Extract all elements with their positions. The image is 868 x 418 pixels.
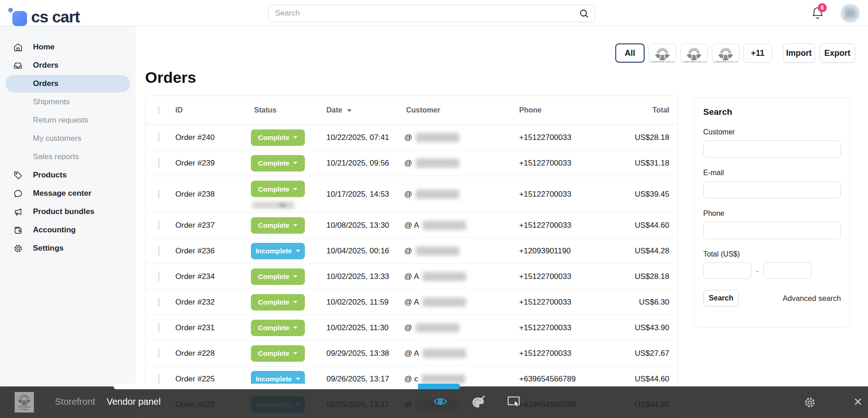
row-checkbox[interactable] <box>158 246 159 256</box>
export-button[interactable]: Export <box>819 43 855 63</box>
order-id[interactable]: Order #228 <box>175 349 215 358</box>
import-button[interactable]: Import <box>783 43 815 63</box>
logo-text: cs cart <box>31 8 80 26</box>
order-customer[interactable]: @ A <box>404 348 466 358</box>
customer-name-blurred <box>416 190 459 199</box>
sidebar-link-orders[interactable]: Orders <box>5 57 130 74</box>
row-checkbox[interactable] <box>158 272 159 281</box>
order-date: 10/02/2025, 11:30 <box>326 323 389 332</box>
order-customer[interactable]: @ <box>404 323 459 332</box>
column-header-total[interactable]: Total <box>652 106 669 114</box>
order-status-badge[interactable]: Incomplete <box>251 243 305 259</box>
customer-label: Customer <box>703 128 841 136</box>
order-customer[interactable]: @ <box>404 246 459 256</box>
sort-desc-icon <box>347 109 352 112</box>
order-status-badge[interactable]: Complete <box>251 217 305 234</box>
order-id[interactable]: Order #225 <box>175 375 215 384</box>
order-id[interactable]: Order #231 <box>175 323 215 332</box>
horizontal-scrollbar-track[interactable] <box>114 384 418 389</box>
customer-field[interactable] <box>703 140 841 158</box>
sidebar-link-product-bundles[interactable]: Product bundles <box>5 203 130 220</box>
order-status-badge[interactable]: Complete <box>251 345 305 362</box>
order-id[interactable]: Order #237 <box>175 221 215 230</box>
vendor-panel-tab[interactable]: Vendor panel <box>107 397 161 407</box>
sidebar-nav: HomeOrdersOrdersShipmentsReturn requests… <box>0 26 136 418</box>
row-checkbox[interactable] <box>158 133 159 142</box>
order-id[interactable]: Order #234 <box>175 272 215 281</box>
phone-field[interactable] <box>703 222 841 239</box>
chat-icon <box>13 188 23 198</box>
order-customer[interactable]: @ A <box>404 297 466 307</box>
sidebar-link-message-center[interactable]: Message center <box>5 185 130 202</box>
row-checkbox[interactable] <box>158 189 159 199</box>
order-id[interactable]: Order #240 <box>175 133 215 142</box>
chevron-down-icon <box>293 275 298 278</box>
order-customer[interactable]: @ <box>404 133 459 142</box>
search-icon[interactable] <box>579 9 589 19</box>
bar-settings-gear-icon[interactable] <box>804 397 816 408</box>
vendor-filter-logo-button-1[interactable]: MARKETPLACE VEND <box>649 43 676 63</box>
column-header-id[interactable]: ID <box>175 106 183 114</box>
sidebar-link-accounting[interactable]: Accounting <box>5 221 130 239</box>
notifications-button[interactable]: 6 <box>811 6 827 21</box>
order-customer[interactable]: @ <box>404 158 459 168</box>
global-search-input[interactable] <box>269 5 595 21</box>
sidebar-link-return-requests-sub[interactable]: Return requests <box>5 112 130 129</box>
order-id[interactable]: Order #238 <box>175 190 215 199</box>
order-status-badge[interactable]: Complete <box>251 129 305 146</box>
preview-eye-icon[interactable] <box>433 396 448 407</box>
row-checkbox[interactable] <box>158 158 159 168</box>
sidebar-link-shipments-sub[interactable]: Shipments <box>5 93 130 111</box>
order-status-badge[interactable]: Complete <box>251 294 305 311</box>
vendor-filter-more-button[interactable]: +11 <box>743 43 772 63</box>
row-checkbox[interactable] <box>158 220 159 230</box>
row-checkbox[interactable] <box>158 374 159 384</box>
order-customer[interactable]: @ A <box>404 272 466 281</box>
select-all-checkbox[interactable] <box>158 106 159 114</box>
order-id[interactable]: Order #239 <box>175 159 215 168</box>
order-id[interactable]: Order #236 <box>175 247 215 256</box>
vendor-filter-logo-button-3[interactable]: MARKETPLACE VEND <box>712 43 739 63</box>
column-header-customer[interactable]: Customer <box>406 106 440 114</box>
gear-icon <box>13 243 23 253</box>
theme-palette-icon[interactable] <box>472 396 485 408</box>
user-avatar[interactable] <box>841 4 860 23</box>
row-checkbox[interactable] <box>158 323 159 332</box>
order-status-badge[interactable]: Complete <box>251 268 305 285</box>
order-customer[interactable]: @ <box>404 189 459 199</box>
screen-select-icon[interactable] <box>507 396 521 408</box>
email-field[interactable] <box>703 181 841 198</box>
order-id[interactable]: Order #232 <box>175 298 215 307</box>
sidebar-link-home[interactable]: Home <box>5 38 130 56</box>
customer-name-blurred <box>423 221 466 230</box>
row-checkbox[interactable] <box>158 348 159 358</box>
order-status-badge[interactable]: Complete <box>251 320 305 336</box>
order-status-badge[interactable]: Complete <box>251 155 305 171</box>
vendor-filter-logo-button-2[interactable]: MARKETPLACE VEND <box>680 43 708 63</box>
order-customer[interactable]: @ c <box>404 374 465 384</box>
column-header-date[interactable]: Date <box>326 106 352 114</box>
column-header-phone[interactable]: Phone <box>519 106 542 114</box>
sidebar-link-settings[interactable]: Settings <box>5 240 130 257</box>
sidebar-link-sales-reports-sub[interactable]: Sales reports <box>5 148 130 166</box>
advanced-search-link[interactable]: Advanced search <box>783 294 841 303</box>
storefront-tab[interactable]: Storefront <box>55 397 95 407</box>
vendor-logo-tile[interactable]: Marketplace Vendor <box>15 392 34 413</box>
close-icon[interactable]: ✕ <box>853 396 863 408</box>
sidebar-item-sales-reports-sub: Sales reports <box>0 148 136 166</box>
column-header-status[interactable]: Status <box>254 106 277 114</box>
order-customer[interactable]: @ A <box>404 220 466 230</box>
sidebar-link-products[interactable]: Products <box>5 166 130 184</box>
search-panel-title: Search <box>703 107 841 117</box>
home-icon <box>13 42 23 52</box>
sidebar-link-my-customers-sub[interactable]: My customers <box>5 130 130 147</box>
sidebar-link-orders-sub[interactable]: Orders <box>5 75 130 92</box>
row-checkbox[interactable] <box>158 297 159 307</box>
total-to-field[interactable] <box>763 263 812 279</box>
order-status-badge[interactable]: Complete <box>251 181 305 197</box>
horizontal-scrollbar-thumb[interactable] <box>418 384 460 389</box>
total-from-field[interactable] <box>703 263 752 279</box>
search-submit-button[interactable]: Search <box>703 290 739 306</box>
vendor-filter-all-button[interactable]: All <box>615 43 645 63</box>
cscart-logo[interactable]: cs cart <box>8 4 100 24</box>
